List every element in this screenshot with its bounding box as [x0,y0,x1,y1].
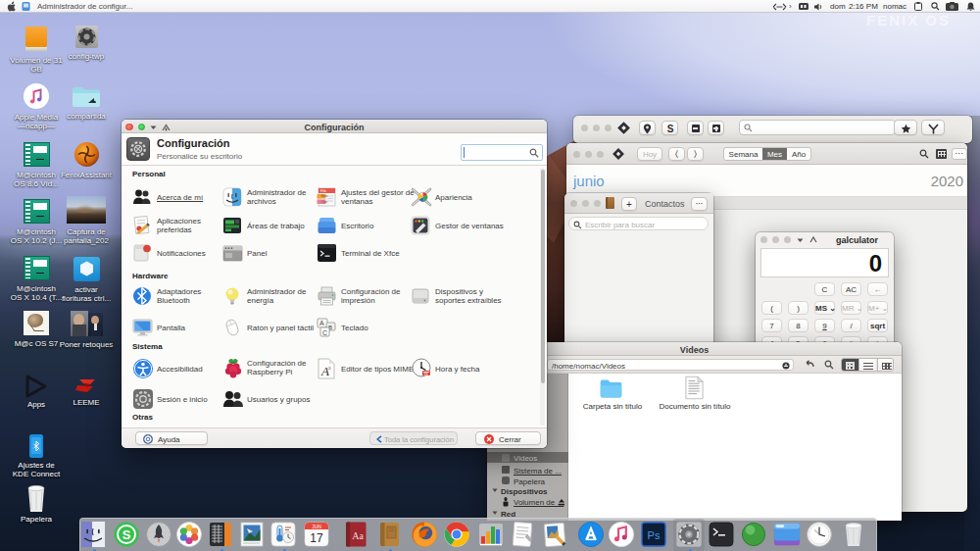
svg-text:S: S [122,527,131,542]
svg-text:Ps: Ps [648,529,661,541]
svg-text:File: File [320,189,326,193]
svg-text:New: New [321,194,329,198]
svg-text:S: S [666,124,673,134]
svg-text:Aa: Aa [352,530,364,541]
svg-text:JUN: JUN [312,524,321,529]
svg-text:17: 17 [310,531,323,545]
svg-text:18: 18 [424,373,428,376]
svg-text:a: a [328,365,331,371]
svg-text:Ope: Ope [321,200,328,204]
svg-text:C: C [322,329,327,336]
svg-text:A: A [319,320,324,326]
